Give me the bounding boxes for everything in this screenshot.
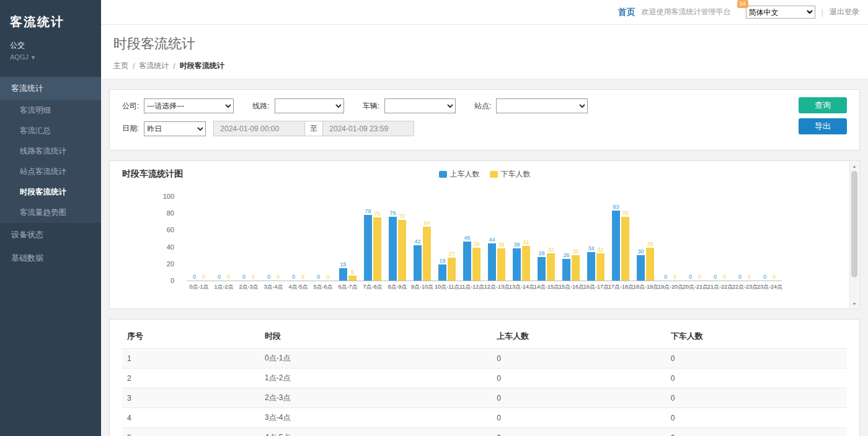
bar-pair: 00	[261, 188, 286, 281]
sidebar-item[interactable]: 客流明细	[0, 100, 101, 121]
table-cell: 3	[122, 388, 260, 408]
bar[interactable]	[621, 217, 629, 281]
bar-group: 76728点-9点	[385, 188, 410, 291]
bar[interactable]	[547, 253, 555, 281]
bar-wrap: 15	[339, 261, 347, 281]
bar-pair: 00	[757, 188, 782, 281]
bar-pair: 2630	[559, 188, 583, 281]
bar-wrap: 38	[513, 242, 521, 281]
bar-wrap: 0	[770, 274, 778, 281]
bar-wrap: 75	[373, 211, 381, 281]
bar[interactable]	[438, 264, 446, 281]
bar[interactable]	[398, 220, 406, 281]
sidebar-item[interactable]: 线路客流统计	[0, 141, 101, 162]
bar[interactable]	[463, 242, 471, 281]
sidebar-item[interactable]: 客流量趋势图	[0, 203, 101, 223]
bar-wrap: 34	[587, 245, 595, 281]
filter-panel: 公司: ---请选择--- 线路: 车辆:	[109, 89, 860, 150]
date-start-input[interactable]	[213, 121, 305, 136]
bar-value-label: 27	[448, 251, 454, 257]
table-cell: 3点-4点	[260, 408, 492, 428]
bar-wrap: 0	[274, 274, 282, 281]
bar[interactable]	[414, 245, 422, 281]
y-axis-tick: 80	[167, 209, 174, 217]
bar-wrap: 83	[612, 204, 620, 281]
bar-group: 004点-5点	[286, 188, 311, 291]
bar-pair: 3432	[583, 188, 608, 281]
column-header: 序号	[122, 325, 260, 349]
sidebar: 客流统计 公交 AQGJ ▼ 客流统计客流明细客流汇总线路客流统计站点客流统计时…	[0, 0, 101, 436]
language-select[interactable]: 简体中文	[746, 6, 815, 19]
bar-pair: 00	[286, 188, 311, 281]
bar[interactable]	[488, 243, 496, 281]
bar[interactable]	[522, 246, 530, 281]
x-axis-label: 1点-2点	[211, 283, 236, 291]
bar-value-label: 76	[622, 210, 628, 216]
bar-pair: 00	[236, 188, 261, 281]
bar-wrap: 44	[488, 237, 496, 281]
bar[interactable]	[348, 276, 356, 281]
x-axis-label: 6点-7点	[335, 283, 360, 291]
bar-wrap: 46	[463, 235, 471, 281]
sidebar-item[interactable]: 站点客流统计	[0, 162, 101, 182]
sidebar-section[interactable]: 设备状态	[0, 223, 101, 246]
bar[interactable]	[497, 248, 505, 281]
notification-badge[interactable]: 34	[737, 0, 748, 8]
date-preset-select[interactable]: 昨日	[144, 121, 206, 136]
bar[interactable]	[472, 248, 480, 281]
bar[interactable]	[364, 215, 372, 281]
x-axis-label: 7点-8点	[360, 283, 385, 291]
legend-label: 上车人数	[450, 169, 480, 180]
legend-item[interactable]: 上车人数	[439, 169, 480, 180]
bar-value-label: 76	[389, 210, 396, 216]
sidebar-item[interactable]: 客流汇总	[0, 121, 101, 141]
table-row: 21点-2点00	[122, 368, 847, 388]
vehicle-select[interactable]	[384, 98, 456, 113]
bar[interactable]	[587, 252, 595, 281]
bar[interactable]	[389, 217, 397, 281]
company-select[interactable]: ---请选择---	[144, 98, 234, 113]
bar[interactable]	[448, 258, 456, 281]
line-select[interactable]	[275, 98, 344, 113]
bar[interactable]	[423, 227, 431, 281]
bar-value-label: 38	[498, 242, 504, 248]
bar[interactable]	[612, 211, 620, 281]
scrollbar-thumb[interactable]	[851, 171, 857, 277]
bar-value-label: 42	[414, 238, 420, 245]
bar[interactable]	[513, 248, 521, 281]
chart-scrollbar[interactable]: ▲ ▼	[849, 162, 859, 308]
bar-group: 837617点-18点	[608, 188, 633, 291]
station-select[interactable]	[496, 98, 588, 113]
bar-pair: 00	[732, 188, 757, 281]
org-code-dropdown[interactable]: AQGJ ▼	[10, 53, 91, 61]
logout-link[interactable]: 退出登录	[830, 7, 859, 17]
legend-item[interactable]: 下车人数	[490, 169, 531, 180]
bar-wrap: 76	[389, 210, 397, 281]
bar-wrap: 0	[711, 274, 719, 281]
sidebar-section[interactable]: 客流统计	[0, 77, 101, 100]
bar[interactable]	[637, 255, 645, 281]
bar[interactable]	[373, 217, 381, 281]
export-button[interactable]: 导出	[799, 118, 847, 134]
breadcrumb-home[interactable]: 主页	[113, 61, 128, 71]
bar-wrap: 0	[249, 274, 257, 281]
bar[interactable]	[572, 255, 580, 281]
x-axis-label: 20点-21点	[683, 283, 707, 291]
bar[interactable]	[339, 268, 347, 281]
sidebar-section[interactable]: 基础数据	[0, 246, 101, 270]
bar[interactable]	[562, 259, 570, 281]
bar-group: 005点-6点	[311, 188, 335, 291]
scroll-down-icon[interactable]: ▼	[850, 299, 859, 308]
query-button[interactable]: 查询	[799, 97, 847, 113]
home-link[interactable]: 首页	[618, 7, 636, 18]
bar[interactable]	[646, 248, 654, 281]
bar-wrap: 38	[497, 242, 505, 281]
sidebar-item[interactable]: 时段客流统计	[0, 182, 101, 203]
scroll-up-icon[interactable]: ▲	[850, 162, 859, 170]
bar[interactable]	[538, 257, 546, 281]
date-end-input[interactable]	[322, 121, 414, 136]
bar-pair: 00	[187, 188, 211, 281]
breadcrumb-parent[interactable]: 客流统计	[139, 61, 169, 71]
bar[interactable]	[596, 253, 604, 281]
breadcrumb-separator: /	[133, 62, 135, 71]
